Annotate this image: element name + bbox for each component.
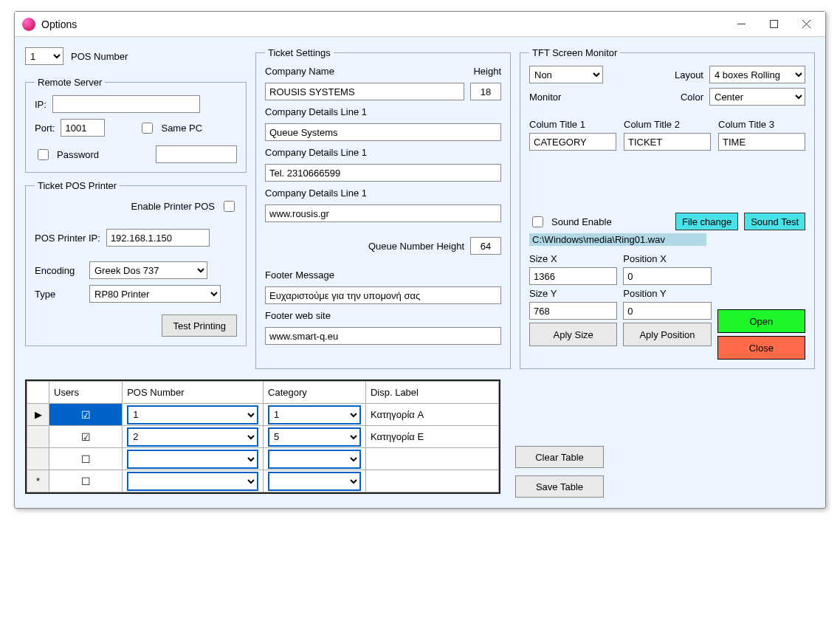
test-printing-button[interactable]: Test Printing: [162, 314, 237, 337]
grid-header-cat[interactable]: Category: [264, 382, 366, 404]
port-input[interactable]: [61, 119, 105, 137]
row-marker: *: [27, 470, 49, 492]
footer-web-input[interactable]: [265, 327, 501, 345]
password-checkbox[interactable]: [38, 149, 49, 160]
printer-ip-label: POS Printer IP:: [35, 233, 100, 244]
table-row[interactable]: ▶ ☑ 1 1 Κατηγορία A: [27, 404, 499, 426]
height-label: Height: [473, 66, 501, 77]
cat-cell[interactable]: 1: [264, 404, 366, 426]
enable-printer-checkbox[interactable]: [224, 201, 235, 212]
printer-ip-input[interactable]: [106, 229, 210, 247]
det3-input[interactable]: [265, 204, 501, 222]
grid-corner: [27, 382, 49, 404]
col3-label: Colum Title 3: [718, 119, 805, 130]
password-input[interactable]: [156, 145, 237, 163]
ticket-pos-printer-group: Ticket POS Printer Enable Printer POS PO…: [25, 180, 247, 346]
ticket-settings-legend: Ticket Settings: [265, 47, 334, 58]
ip-input[interactable]: [52, 95, 200, 113]
open-button[interactable]: Open: [717, 309, 805, 333]
same-pc-checkbox[interactable]: [142, 123, 153, 134]
det3-label: Company Details Line 1: [265, 188, 367, 199]
pos-cell[interactable]: 2: [123, 426, 264, 448]
ticket-settings-group: Ticket Settings Company Name Height Comp…: [255, 47, 511, 369]
monitor-select[interactable]: Non: [529, 66, 603, 83]
user-checkbox-cell[interactable]: ☐: [49, 448, 123, 470]
grid-header-disp[interactable]: Disp. Label: [365, 382, 498, 404]
sound-enable-checkbox[interactable]: [532, 216, 543, 227]
user-checkbox-cell[interactable]: ☑: [49, 404, 123, 426]
users-grid[interactable]: Users POS Number Category Disp. Label ▶ …: [25, 379, 500, 494]
ip-label: IP:: [35, 99, 47, 110]
minimize-button[interactable]: [725, 13, 757, 36]
content-area: 1 POS Number Remote Server IP: Port:: [15, 37, 825, 508]
enable-printer-label: Enable Printer POS: [131, 201, 215, 212]
port-label: Port:: [35, 123, 55, 134]
pos-number-select[interactable]: 1: [25, 47, 63, 65]
titlebar: Options: [15, 12, 825, 37]
user-checkbox-cell[interactable]: ☑: [49, 426, 123, 448]
sound-test-button[interactable]: Sound Test: [744, 213, 805, 230]
disp-cell[interactable]: Κατηγορία E: [365, 426, 498, 448]
close-window-button[interactable]: [790, 13, 822, 36]
footer-web-label: Footer web site: [265, 310, 331, 321]
window-title: Options: [41, 18, 725, 30]
layout-select[interactable]: 4 boxes Rolling: [709, 66, 805, 83]
printer-type-select[interactable]: RP80 Printer: [89, 285, 221, 303]
printer-type-label: Type: [35, 289, 83, 300]
encoding-label: Encoding: [35, 265, 83, 276]
file-change-button[interactable]: File change: [675, 213, 738, 230]
apply-size-button[interactable]: Aply Size: [529, 323, 617, 346]
posx-input[interactable]: [623, 267, 711, 285]
top-row: 1 POS Number Remote Server IP: Port:: [25, 47, 815, 369]
q-height-input[interactable]: [470, 237, 501, 255]
col1-label: Colum Title 1: [529, 119, 616, 130]
sizex-label: Size X: [529, 253, 617, 264]
disp-cell[interactable]: [365, 448, 498, 470]
pos-cell[interactable]: [123, 448, 264, 470]
pos-cell[interactable]: 1: [123, 404, 264, 426]
col3-input[interactable]: [718, 133, 805, 151]
posx-label: Position X: [623, 253, 711, 264]
col2-input[interactable]: [624, 133, 711, 151]
grid-header-users[interactable]: Users: [49, 382, 123, 404]
close-button[interactable]: Close: [717, 336, 805, 360]
det1-input[interactable]: [265, 123, 501, 141]
cat-cell[interactable]: [264, 470, 366, 492]
apply-position-button[interactable]: Aply Position: [623, 323, 711, 346]
remote-server-group: Remote Server IP: Port: Same PC: [25, 77, 247, 173]
pos-number-label: POS Number: [71, 51, 128, 62]
encoding-select[interactable]: Greek Dos 737: [89, 261, 207, 279]
row-marker: ▶: [27, 404, 49, 426]
row-marker: [27, 426, 49, 448]
cat-cell[interactable]: [264, 448, 366, 470]
remote-server-legend: Remote Server: [35, 77, 105, 88]
color-select[interactable]: Center: [709, 88, 805, 106]
det2-label: Company Details Line 1: [265, 147, 367, 158]
footer-msg-input[interactable]: [265, 286, 501, 304]
table-row[interactable]: * ☐: [27, 470, 499, 492]
posy-input[interactable]: [623, 302, 711, 320]
sizex-input[interactable]: [529, 267, 617, 285]
sizey-label: Size Y: [529, 288, 617, 299]
bottom-row: Users POS Number Category Disp. Label ▶ …: [25, 379, 815, 498]
company-name-label: Company Name: [265, 66, 334, 77]
disp-cell[interactable]: [365, 470, 498, 492]
grid-header-pos[interactable]: POS Number: [123, 382, 264, 404]
same-pc-label: Same PC: [161, 123, 202, 134]
user-checkbox-cell[interactable]: ☐: [49, 470, 123, 492]
clear-table-button[interactable]: Clear Table: [515, 446, 604, 468]
company-name-height-input[interactable]: [470, 83, 501, 100]
col2-label: Colum Title 2: [624, 119, 711, 130]
disp-cell[interactable]: Κατηγορία A: [365, 404, 498, 426]
det2-input[interactable]: [265, 164, 501, 182]
cat-cell[interactable]: 5: [264, 426, 366, 448]
table-row[interactable]: ☑ 2 5 Κατηγορία E: [27, 426, 499, 448]
pos-cell[interactable]: [123, 470, 264, 492]
maximize-button[interactable]: [757, 13, 790, 36]
layout-label: Layout: [675, 69, 703, 80]
sizey-input[interactable]: [529, 302, 617, 320]
col1-input[interactable]: [529, 133, 616, 151]
company-name-input[interactable]: [265, 83, 464, 100]
save-table-button[interactable]: Save Table: [515, 475, 604, 498]
table-row[interactable]: ☐: [27, 448, 499, 470]
